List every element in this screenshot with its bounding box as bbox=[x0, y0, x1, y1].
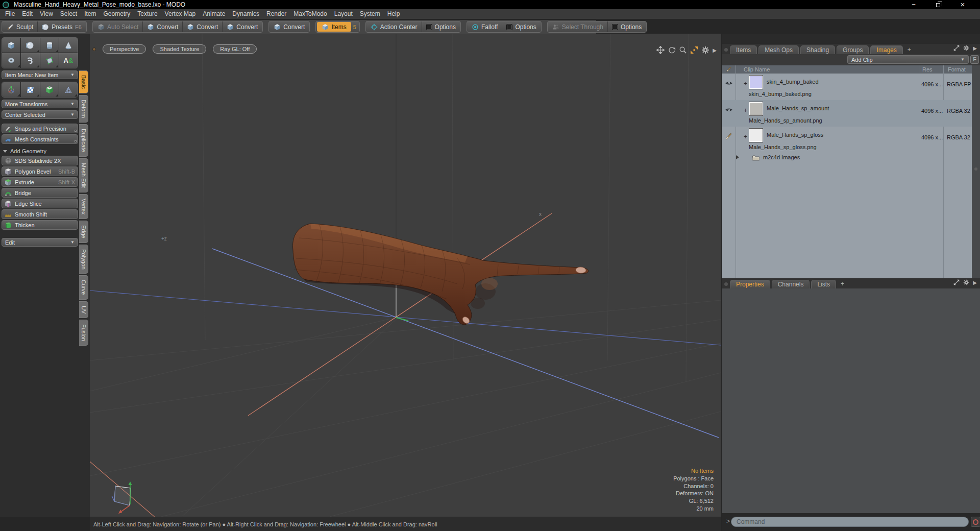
tab-duplicate[interactable]: Duplicate bbox=[79, 124, 88, 157]
clip-row-male-hands-sp-amount[interactable]: + Male_Hands_sp_amount Male_Hands_sp_amo… bbox=[722, 100, 972, 127]
zoom-icon[interactable] bbox=[679, 46, 687, 54]
torus-tool[interactable] bbox=[2, 53, 20, 68]
tab-lists[interactable]: Lists bbox=[811, 280, 836, 288]
expand-plus-icon[interactable]: + bbox=[744, 80, 747, 87]
brush-paint-icon[interactable] bbox=[725, 132, 733, 140]
tab-mesh-edit[interactable]: Mesh Edit bbox=[79, 158, 88, 192]
presets-button[interactable]: Presets F6 bbox=[37, 21, 86, 32]
pan-icon[interactable] bbox=[656, 46, 665, 54]
tab-mesh-ops[interactable]: Mesh Ops bbox=[758, 45, 799, 54]
pen-polygon-tool[interactable] bbox=[40, 53, 59, 68]
tool-smooth-shift[interactable]: Smooth Shift bbox=[2, 209, 78, 219]
tab-items[interactable]: Items bbox=[730, 45, 757, 54]
auto-select-button[interactable]: Auto Select bbox=[93, 21, 142, 32]
close-button[interactable]: × bbox=[950, 0, 975, 9]
filter-button[interactable]: F bbox=[970, 55, 979, 64]
menu-maxtomodo[interactable]: MaxToModo bbox=[290, 9, 330, 19]
more-transforms-dropdown[interactable]: More Transforms ▼ bbox=[2, 100, 78, 108]
clip-row-male-hands-sp-gloss[interactable]: + Male_Hands_sp_gloss Male_Hands_sp_glos… bbox=[722, 127, 972, 153]
edit-dropdown[interactable]: Edit ▼ bbox=[2, 238, 78, 247]
tool-sds-subdivide[interactable]: SDS Subdivide 2X bbox=[2, 156, 78, 165]
item-menu-dropdown[interactable]: Item Menu: New Item ▼ bbox=[2, 70, 78, 79]
gear-icon[interactable] bbox=[963, 279, 969, 285]
rotate-icon[interactable] bbox=[668, 46, 676, 54]
menu-render[interactable]: Render bbox=[263, 9, 290, 19]
expand-plus-icon[interactable]: + bbox=[744, 107, 747, 114]
convert-edge-button[interactable]: Convert bbox=[182, 21, 222, 32]
clip-thumbnail[interactable] bbox=[749, 102, 763, 116]
tab-images[interactable]: Images bbox=[870, 45, 902, 54]
tab-edge[interactable]: Edge bbox=[79, 221, 88, 243]
clip-thumbnail[interactable] bbox=[749, 128, 763, 142]
tab-vertex[interactable]: Vertex bbox=[79, 194, 88, 219]
convert-material-button[interactable]: Convert bbox=[270, 21, 309, 32]
menu-edit[interactable]: Edit bbox=[18, 9, 36, 19]
action-center-button[interactable]: Action Center bbox=[366, 21, 422, 32]
expand-arrow-icon[interactable]: ▶ bbox=[973, 45, 977, 51]
maximize-viewport-icon[interactable] bbox=[690, 46, 698, 54]
select-through-button[interactable]: Select Through bbox=[548, 21, 607, 32]
menu-view[interactable]: View bbox=[36, 9, 57, 19]
clip-name[interactable]: Male_Hands_sp_gloss bbox=[767, 132, 823, 138]
mesh-plane-tool[interactable] bbox=[59, 82, 78, 97]
menu-layout[interactable]: Layout bbox=[331, 9, 356, 19]
tab-fusion[interactable]: Fusion bbox=[79, 320, 88, 346]
raygl-button[interactable]: Ray GL: Off bbox=[213, 44, 257, 54]
new-tab-button[interactable]: + bbox=[838, 280, 847, 287]
eye-visible-icon[interactable] bbox=[725, 79, 733, 87]
tab-groups[interactable]: Groups bbox=[837, 45, 869, 54]
spiral-tool[interactable] bbox=[21, 53, 39, 68]
tool-extrude[interactable]: Extrude Shift-X bbox=[2, 177, 78, 187]
menu-select[interactable]: Select bbox=[57, 9, 81, 19]
scrollbar[interactable] bbox=[972, 65, 980, 278]
gear-icon[interactable] bbox=[963, 45, 969, 51]
tool-polygon-bevel[interactable]: Polygon Bevel Shift-B bbox=[2, 166, 78, 176]
select-through-options-button[interactable]: Options bbox=[607, 21, 646, 32]
falloff-button[interactable]: Falloff bbox=[468, 21, 502, 32]
restore-button[interactable] bbox=[926, 0, 950, 9]
expand-arrow-icon[interactable] bbox=[736, 155, 739, 159]
clip-name[interactable]: Male_Hands_sp_amount bbox=[767, 105, 829, 111]
cube-tool[interactable] bbox=[2, 38, 20, 53]
shading-mode-button[interactable]: Shaded Texture bbox=[153, 44, 206, 54]
panel-dot-icon[interactable] bbox=[724, 48, 728, 52]
new-tab-button[interactable]: + bbox=[904, 46, 914, 53]
menu-texture[interactable]: Texture bbox=[134, 9, 161, 19]
clip-thumbnail[interactable] bbox=[749, 75, 763, 89]
expand-arrow-icon[interactable]: ▶ bbox=[713, 47, 717, 53]
panel-dot-icon[interactable] bbox=[724, 282, 728, 286]
menu-file[interactable]: File bbox=[2, 9, 18, 19]
command-input[interactable] bbox=[731, 517, 969, 527]
convert-polygon-button[interactable]: Convert bbox=[222, 21, 262, 32]
tab-channels[interactable]: Channels bbox=[772, 280, 810, 288]
clip-row-skin-4-bump-baked[interactable]: + skin_4_bump_baked skin_4_bump_baked.pn… bbox=[722, 74, 972, 100]
menu-vertex-map[interactable]: Vertex Map bbox=[161, 9, 200, 19]
tool-bridge[interactable]: Bridge bbox=[2, 188, 78, 198]
gear-icon[interactable] bbox=[701, 46, 709, 54]
menu-dynamics[interactable]: Dynamics bbox=[229, 9, 263, 19]
uv-project-tool[interactable] bbox=[21, 82, 39, 97]
tab-polygon[interactable]: Polygon bbox=[79, 245, 88, 274]
items-mode-button[interactable]: Items bbox=[317, 22, 351, 32]
expand-plus-icon[interactable]: + bbox=[744, 133, 747, 140]
tab-deform[interactable]: Deform bbox=[79, 95, 88, 123]
column-format[interactable]: Format bbox=[948, 66, 966, 73]
expand-arrow-icon[interactable]: ▶ bbox=[973, 280, 977, 285]
viewport-menu-dot-icon[interactable] bbox=[92, 47, 96, 51]
column-clip-name[interactable]: Clip Name bbox=[744, 66, 770, 73]
action-center-options-button[interactable]: Options bbox=[422, 21, 460, 32]
checker-cube-tool[interactable] bbox=[40, 82, 59, 97]
snaps-precision-button[interactable]: Snaps and Precision bbox=[2, 124, 78, 133]
falloff-options-button[interactable]: Options bbox=[502, 21, 540, 32]
menu-geometry[interactable]: Geometry bbox=[100, 9, 134, 19]
tool-edge-slice[interactable]: Edge Slice bbox=[2, 199, 78, 208]
sphere-tool[interactable] bbox=[21, 38, 39, 53]
convert-vertex-button[interactable]: Convert bbox=[142, 21, 182, 32]
macro-record-button[interactable] bbox=[971, 517, 980, 527]
menu-animate[interactable]: Animate bbox=[199, 9, 229, 19]
column-res[interactable]: Res bbox=[922, 66, 933, 73]
mesh-constraints-button[interactable]: Mesh Constraints bbox=[2, 134, 78, 144]
cylinder-tool[interactable] bbox=[40, 38, 59, 53]
add-clip-dropdown[interactable]: Add Clip ▼ bbox=[847, 55, 969, 64]
clip-name[interactable]: skin_4_bump_baked bbox=[767, 79, 819, 85]
